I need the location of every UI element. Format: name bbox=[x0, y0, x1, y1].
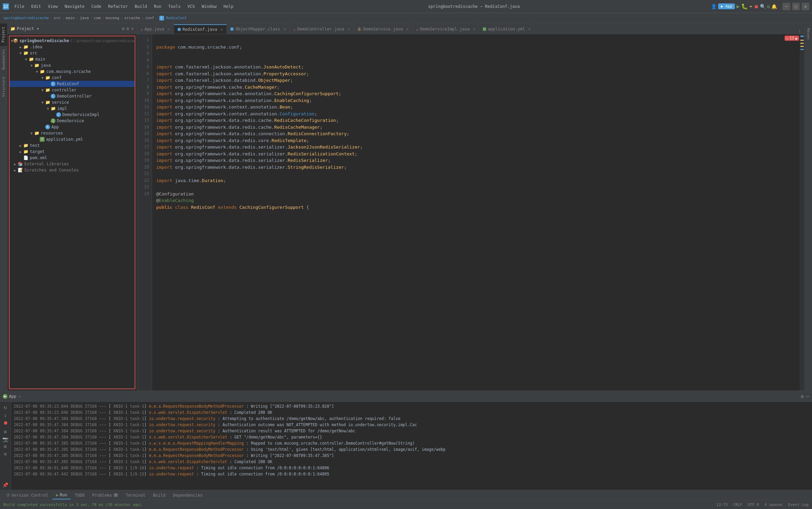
bottom-tab-vcs[interactable]: ⑦ Version Control bbox=[3, 492, 52, 499]
bottom-tab-run[interactable]: ▶ Run bbox=[52, 491, 71, 499]
run-btn[interactable]: ▶ bbox=[736, 3, 740, 10]
code-editor[interactable]: 123456789101112131415161718192021222324 … bbox=[137, 34, 804, 391]
tree-item-redisconf[interactable]: C RedisConf bbox=[10, 81, 135, 87]
breadcrumb-mucong[interactable]: mucong bbox=[106, 16, 119, 20]
tab-demoserviceimpl[interactable]: ☕ DemoServiceImpl.java × bbox=[413, 24, 479, 34]
menu-tools[interactable]: Tools bbox=[165, 3, 184, 10]
tree-item-impl[interactable]: ▼ 📁 impl bbox=[10, 105, 135, 112]
tree-item-java[interactable]: ▼ 📁 java bbox=[10, 62, 135, 68]
sidebar-label-structure[interactable]: Structure bbox=[0, 73, 7, 101]
run-config-btn[interactable]: ▶ App bbox=[718, 3, 735, 9]
tab-more-btn[interactable]: ⋮ bbox=[795, 29, 804, 34]
menu-code[interactable]: Code bbox=[88, 3, 105, 10]
tree-item-scratches[interactable]: ▶ 📝 Scratches and Consoles bbox=[10, 167, 135, 173]
camera-icon[interactable]: 📷 bbox=[2, 436, 8, 442]
tab-close-icon[interactable]: × bbox=[528, 26, 531, 32]
bottom-tab-dependencies[interactable]: Dependencies bbox=[170, 492, 206, 499]
minimize-btn[interactable]: ─ bbox=[783, 3, 790, 10]
event-log[interactable]: Event Log bbox=[788, 502, 809, 507]
status-indent[interactable]: 4 spaces bbox=[764, 502, 783, 507]
tree-item-pom[interactable]: 📄 pom.xml bbox=[10, 155, 135, 161]
close-panel-icon[interactable]: ✕ bbox=[131, 26, 134, 31]
tree-item-root[interactable]: ▼ 📦 springbootrediscache C:\product\spri… bbox=[10, 38, 135, 44]
tab-appjava[interactable]: ☕ App.java × bbox=[137, 24, 174, 34]
tab-close-icon[interactable]: × bbox=[167, 26, 170, 32]
breadcrumb-java[interactable]: java bbox=[80, 16, 89, 20]
tree-item-package[interactable]: ▼ 📁 com.mucong.srcache bbox=[10, 68, 135, 75]
bottom-tab-problems[interactable]: Problems 0 bbox=[89, 492, 122, 499]
bottom-tab-build[interactable]: Build bbox=[150, 492, 169, 499]
maximize-btn[interactable]: □ bbox=[792, 3, 800, 10]
tree-item-main[interactable]: ▼ 📁 main bbox=[10, 56, 135, 62]
terminal-run-icon[interactable]: ⊞ bbox=[4, 444, 7, 449]
settings-run-icon[interactable]: ⚙ bbox=[4, 429, 7, 434]
breadcrumb-com[interactable]: com bbox=[94, 16, 101, 20]
gear-icon[interactable]: ⚙ bbox=[122, 26, 125, 31]
tree-item-test[interactable]: ▶ 📁 test bbox=[10, 142, 135, 149]
tree-item-demoserviceimpl[interactable]: C DemoServiceImpl bbox=[10, 112, 135, 118]
pin-icon[interactable]: 📌 bbox=[2, 482, 8, 488]
tree-item-conf[interactable]: ▼ 📁 conf bbox=[10, 75, 135, 81]
tree-item-app[interactable]: A App bbox=[10, 124, 135, 130]
collapse-icon[interactable]: ≡ bbox=[126, 26, 129, 31]
menu-view[interactable]: View bbox=[45, 3, 61, 10]
tab-close-icon[interactable]: × bbox=[283, 26, 286, 32]
menu-file[interactable]: File bbox=[11, 3, 28, 10]
tree-item-idea[interactable]: ▶ 📁 .idea bbox=[10, 44, 135, 50]
search-btn[interactable]: 🔍 bbox=[760, 4, 766, 9]
scroll-down-icon[interactable]: ↓ bbox=[4, 412, 7, 418]
run-tab-label[interactable]: App bbox=[9, 394, 16, 399]
tree-item-controller[interactable]: ▼ 📁 controller bbox=[10, 87, 135, 93]
run-log[interactable]: 2022-07-08 09:35:23.044 DEBUG 37168 --- … bbox=[11, 402, 812, 490]
sidebar-label-bookmarks[interactable]: Bookmarks bbox=[0, 46, 7, 73]
tab-close-icon[interactable]: × bbox=[220, 27, 223, 32]
tree-item-service[interactable]: ▼ 📁 service bbox=[10, 99, 135, 105]
status-position[interactable]: 13:73 bbox=[716, 502, 728, 507]
close-btn[interactable]: ✕ bbox=[802, 3, 809, 10]
breadcrumb-conf[interactable]: conf bbox=[145, 16, 155, 20]
tab-close-icon[interactable]: × bbox=[406, 26, 409, 32]
stop-run-icon[interactable]: ⏹ bbox=[3, 420, 8, 425]
tree-item-resources[interactable]: ▼ 📁 resources bbox=[10, 130, 135, 136]
menu-refactor[interactable]: Refactor bbox=[104, 3, 131, 10]
menu-navigate[interactable]: Navigate bbox=[61, 3, 88, 10]
tree-item-appyml[interactable]: Y application.yml bbox=[10, 136, 135, 142]
coverage-btn[interactable]: ☂ bbox=[749, 4, 752, 9]
tree-item-ext-libs[interactable]: ▶ 📚 External Libraries bbox=[10, 161, 135, 167]
run-tab-close[interactable]: × bbox=[19, 394, 21, 399]
breadcrumb-srcache[interactable]: srcache bbox=[124, 16, 140, 20]
tree-item-src[interactable]: ▼ 📁 src bbox=[10, 50, 135, 56]
tab-appyml[interactable]: application.yml × bbox=[479, 24, 535, 34]
code-content[interactable]: package com.mucong.srcache.conf; ​ impor… bbox=[152, 34, 800, 391]
maven-label[interactable]: Maven bbox=[805, 25, 812, 42]
menu-run[interactable]: Run bbox=[150, 3, 165, 10]
settings-icon[interactable]: ⚙ bbox=[801, 394, 803, 399]
tree-item-democontroller[interactable]: C DemoController bbox=[10, 93, 135, 99]
tab-demoservice[interactable]: ① DemoService.java × bbox=[354, 24, 413, 34]
tree-item-target[interactable]: ▶ 📁 target bbox=[10, 149, 135, 155]
bottom-tab-terminal[interactable]: Terminal bbox=[122, 492, 149, 499]
breadcrumb-project[interactable]: springbootrediscache bbox=[3, 16, 49, 20]
menu-window[interactable]: Window bbox=[198, 3, 220, 10]
tab-objectmapper[interactable]: ObjectMapper.class × bbox=[227, 24, 290, 34]
notification-icon[interactable]: 🔔 bbox=[771, 4, 777, 9]
profile-icon[interactable]: 👤 bbox=[711, 4, 717, 9]
tab-close-icon[interactable]: × bbox=[347, 26, 350, 32]
menu-build[interactable]: Build bbox=[131, 3, 150, 10]
menu-vcs[interactable]: VCS bbox=[184, 3, 198, 10]
settings-icon[interactable]: ⚙ bbox=[767, 4, 770, 9]
filter-icon[interactable]: ≡ bbox=[4, 451, 7, 457]
tab-democontroller[interactable]: ☕ DemoController.java × bbox=[290, 24, 354, 34]
breadcrumb-redisconf[interactable]: RedisConf bbox=[166, 16, 187, 20]
debug-btn[interactable]: 🐛 bbox=[741, 3, 748, 10]
sidebar-label-project[interactable]: Project bbox=[0, 23, 7, 46]
status-crlf[interactable]: CRLF bbox=[733, 502, 742, 507]
status-charset[interactable]: UTF-8 bbox=[748, 502, 759, 507]
breadcrumb-src[interactable]: src bbox=[54, 16, 61, 20]
restart-icon[interactable]: ↻ bbox=[4, 404, 7, 410]
collapse-icon[interactable]: ─ bbox=[807, 394, 809, 399]
menu-help[interactable]: Help bbox=[220, 3, 237, 10]
bottom-tab-todo[interactable]: TODO bbox=[71, 492, 88, 499]
tab-redisconf[interactable]: RedisConf.java × bbox=[174, 24, 227, 34]
breadcrumb-main[interactable]: main bbox=[66, 16, 75, 20]
